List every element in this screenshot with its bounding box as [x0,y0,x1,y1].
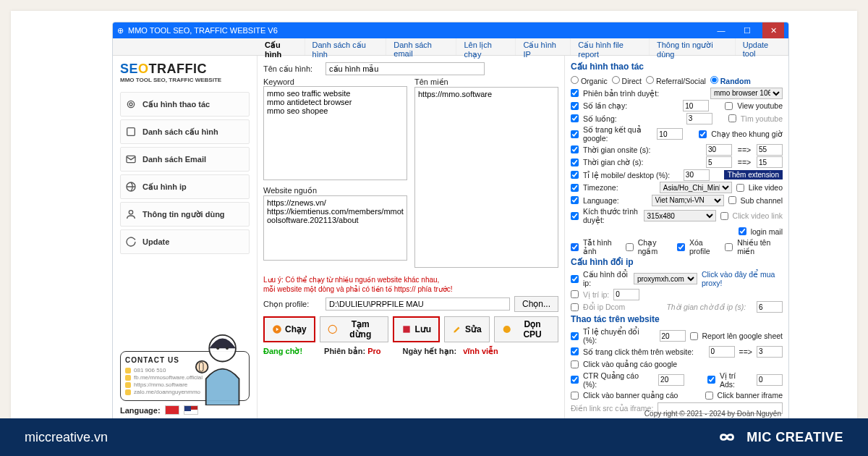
sidebar-item-ds-email[interactable]: Danh sách Email [120,147,250,172]
chk-threads[interactable] [571,114,579,122]
minimize-button[interactable]: — [710,22,732,38]
svg-rect-1 [127,128,135,136]
domain-textarea[interactable]: https://mmo.software [414,87,558,268]
chk-report[interactable] [690,332,698,340]
save-button[interactable]: Lưu [393,316,440,342]
num-ip-wait[interactable] [757,301,783,313]
profile-label: Chọn profile: [263,300,321,309]
num-pages[interactable] [657,128,683,140]
chk-wait[interactable] [571,159,579,166]
flag-us-icon[interactable] [184,405,198,415]
sidebar-item-update[interactable]: Update [120,229,250,254]
tab-update[interactable]: Update tool [736,38,788,55]
sidebar-item-ds-cauhinh[interactable]: Danh sách cấu hình [120,119,250,144]
sel-lang[interactable]: Viet Nam;vi-VN [652,195,724,206]
chk-ads[interactable] [571,360,579,368]
chk-banner[interactable] [571,392,579,400]
chk-like[interactable] [736,184,744,192]
chk-onsite[interactable] [571,145,579,153]
chk-conv[interactable] [571,332,579,340]
num-runs[interactable] [683,100,709,111]
buy-proxy-link[interactable]: Click vào đây để mua proxy! [702,270,783,287]
chk-pages[interactable] [571,130,579,138]
sel-ip[interactable]: proxymxh.com [634,273,697,284]
num-ip-pos[interactable] [613,289,639,300]
chk-multi[interactable] [725,243,733,251]
num-onsite-a[interactable] [706,144,732,156]
chk-bg[interactable] [626,243,634,251]
globe-icon [125,181,137,193]
num-conv[interactable] [660,330,686,342]
page-footer: miccreative.vn MIC CREATIVE [0,418,868,456]
chk-more[interactable] [571,347,579,355]
chk-size[interactable] [571,212,579,220]
chk-off-img[interactable] [571,243,579,251]
chk-ip[interactable] [571,275,579,283]
tab-cauhinh[interactable]: Cấu hình [258,38,305,55]
chk-ctr[interactable] [571,376,579,384]
infinity-icon [715,426,739,448]
save-icon [401,324,412,334]
chk-lang[interactable] [571,196,579,204]
num-more-b[interactable] [757,346,783,358]
chk-runs[interactable] [571,102,579,110]
sel-tz[interactable]: Asia/Ho_Chi_Minh [660,182,732,193]
sidebar-item-thaotac[interactable]: Cấu hình thao tác [120,92,250,117]
source-label: Website nguồn [263,186,407,195]
num-wait-b[interactable] [757,156,783,168]
sidebar-item-ip[interactable]: Cấu hình ip [120,174,250,199]
config-name-input[interactable] [326,62,485,75]
sel-size[interactable]: 315x480 [644,210,716,221]
chk-browser-ver[interactable] [571,89,579,97]
num-ratio[interactable] [684,169,710,181]
clean-button[interactable]: Dọn CPU [494,316,558,342]
chk-ratio[interactable] [571,171,579,179]
footer-brand: MIC CREATIVE [715,426,843,448]
pause-button[interactable]: Tạm dừng [320,316,389,342]
keyword-textarea[interactable]: mmo seo traffic website mmo antidetect b… [263,86,407,180]
ext-button[interactable]: Thêm extension [724,170,783,180]
edit-button[interactable]: Sửa [444,316,490,342]
chk-view-yt[interactable] [725,102,733,110]
profile-input[interactable] [326,297,510,311]
tab-user-info[interactable]: Thông tin người dùng [650,38,736,55]
close-button[interactable]: ✕ [762,22,784,38]
num-more-a[interactable] [709,346,735,358]
choose-button[interactable]: Chọn... [514,296,558,312]
flag-vn-icon[interactable] [165,405,179,415]
num-ctr[interactable] [658,374,684,386]
chk-del[interactable] [677,243,685,251]
tab-file-report[interactable]: Cấu hình file report [571,38,650,55]
num-adpos[interactable] [757,374,783,386]
mode-random[interactable]: Random [710,76,751,85]
svg-point-0 [129,103,132,106]
mode-organic[interactable]: Organic [571,76,608,85]
chk-dcom[interactable] [571,303,579,311]
num-wait-a[interactable] [706,156,732,168]
chk-ip-pos[interactable] [571,290,579,298]
chk-tz[interactable] [571,184,579,192]
tab-ds-cauhinh[interactable]: Danh sách cấu hình [305,38,387,55]
tab-cauhinh-ip[interactable]: Cấu hình IP [516,38,571,55]
tab-ds-email[interactable]: Danh sách email [386,38,456,55]
run-button[interactable]: Chạy [263,316,315,342]
num-onsite-b[interactable] [757,144,783,156]
source-textarea[interactable]: https://znews.vn/ https://kiemtienus.com… [263,195,407,261]
sidebar-item-user[interactable]: Thông tin người dùng [120,202,250,227]
tab-lich-chay[interactable]: Lên lịch chạy [456,38,516,55]
chk-adpos[interactable] [707,376,715,384]
chk-login[interactable] [739,227,746,235]
mode-referral[interactable]: Referral/Social [646,76,706,85]
mode-direct[interactable]: Direct [612,76,642,85]
chk-frame[interactable] [699,130,707,138]
domain-label: Tên miền [414,77,558,87]
maximize-button[interactable]: ☐ [736,22,758,38]
chk-clkvid[interactable] [720,212,728,220]
sel-browser-ver[interactable]: mmo browser 106 [710,88,783,99]
chk-find-yt[interactable] [728,114,736,122]
chk-sub[interactable] [728,196,736,204]
tab-bar: Cấu hình Danh sách cấu hình Danh sách em… [113,38,788,56]
num-threads[interactable] [686,113,712,124]
titlebar: ⊕ MMO TOOL SEO, TRAFFIC WEBSITE V6 — ☐ ✕ [113,22,788,38]
chk-iframe[interactable] [705,392,713,400]
